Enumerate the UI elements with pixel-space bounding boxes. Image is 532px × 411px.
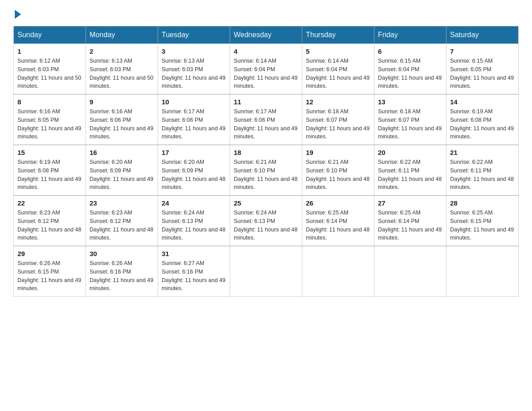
day-number: 1 (17, 47, 82, 55)
weekday-header-thursday: Thursday (302, 26, 374, 44)
day-number: 31 (162, 250, 226, 257)
calendar-cell: 5Sunrise: 6:14 AMSunset: 6:04 PMDaylight… (302, 44, 374, 94)
day-info: Sunrise: 6:25 AMSunset: 6:15 PMDaylight:… (450, 209, 515, 242)
weekday-header-monday: Monday (86, 26, 158, 44)
day-info: Sunrise: 6:25 AMSunset: 6:14 PMDaylight:… (378, 209, 442, 242)
day-number: 25 (234, 199, 298, 207)
calendar-cell: 23Sunrise: 6:23 AMSunset: 6:12 PMDayligh… (86, 196, 158, 246)
calendar-cell: 26Sunrise: 6:25 AMSunset: 6:14 PMDayligh… (302, 196, 374, 246)
calendar-week-row: 1Sunrise: 6:12 AMSunset: 6:03 PMDaylight… (14, 44, 519, 94)
weekday-header-friday: Friday (374, 26, 446, 44)
day-info: Sunrise: 6:25 AMSunset: 6:14 PMDaylight:… (306, 209, 370, 242)
day-number: 24 (162, 199, 226, 207)
day-number: 6 (378, 47, 442, 55)
day-info: Sunrise: 6:14 AMSunset: 6:04 PMDaylight:… (306, 57, 370, 90)
logo (13, 9, 21, 17)
calendar-cell (302, 246, 374, 297)
day-number: 21 (450, 149, 515, 156)
day-number: 9 (90, 98, 154, 106)
day-info: Sunrise: 6:26 AMSunset: 6:15 PMDaylight:… (17, 259, 82, 293)
day-number: 8 (17, 98, 82, 106)
day-info: Sunrise: 6:16 AMSunset: 6:06 PMDaylight:… (90, 107, 154, 141)
weekday-header-saturday: Saturday (446, 26, 519, 44)
calendar-cell: 22Sunrise: 6:23 AMSunset: 6:12 PMDayligh… (14, 196, 86, 246)
calendar-cell: 7Sunrise: 6:15 AMSunset: 6:05 PMDaylight… (446, 44, 519, 94)
weekday-header-row: SundayMondayTuesdayWednesdayThursdayFrid… (14, 26, 519, 44)
calendar-cell: 20Sunrise: 6:22 AMSunset: 6:11 PMDayligh… (374, 145, 446, 196)
day-number: 27 (378, 199, 442, 207)
day-number: 7 (450, 47, 515, 55)
calendar-cell (446, 246, 519, 297)
day-number: 4 (234, 47, 298, 55)
weekday-header-wednesday: Wednesday (230, 26, 302, 44)
calendar-cell: 18Sunrise: 6:21 AMSunset: 6:10 PMDayligh… (230, 145, 302, 196)
day-info: Sunrise: 6:21 AMSunset: 6:10 PMDaylight:… (234, 158, 298, 192)
day-info: Sunrise: 6:26 AMSunset: 6:16 PMDaylight:… (90, 259, 154, 293)
day-info: Sunrise: 6:16 AMSunset: 6:05 PMDaylight:… (17, 107, 82, 141)
calendar-cell: 8Sunrise: 6:16 AMSunset: 6:05 PMDaylight… (14, 94, 86, 145)
day-number: 2 (90, 47, 154, 55)
weekday-header-tuesday: Tuesday (158, 26, 230, 44)
day-number: 12 (306, 98, 370, 106)
day-info: Sunrise: 6:17 AMSunset: 6:06 PMDaylight:… (234, 107, 298, 141)
day-info: Sunrise: 6:23 AMSunset: 6:12 PMDaylight:… (17, 209, 82, 242)
day-number: 23 (90, 199, 154, 207)
calendar-cell: 28Sunrise: 6:25 AMSunset: 6:15 PMDayligh… (446, 196, 519, 246)
calendar-cell (230, 246, 302, 297)
calendar-week-row: 29Sunrise: 6:26 AMSunset: 6:15 PMDayligh… (14, 246, 519, 297)
day-info: Sunrise: 6:22 AMSunset: 6:11 PMDaylight:… (378, 158, 442, 192)
calendar-week-row: 22Sunrise: 6:23 AMSunset: 6:12 PMDayligh… (14, 196, 519, 246)
page-header (13, 9, 519, 17)
day-info: Sunrise: 6:13 AMSunset: 6:03 PMDaylight:… (90, 57, 154, 90)
day-number: 11 (234, 98, 298, 106)
day-info: Sunrise: 6:17 AMSunset: 6:06 PMDaylight:… (162, 107, 226, 141)
calendar-table: SundayMondayTuesdayWednesdayThursdayFrid… (13, 26, 519, 297)
day-info: Sunrise: 6:19 AMSunset: 6:08 PMDaylight:… (17, 158, 82, 192)
day-info: Sunrise: 6:24 AMSunset: 6:13 PMDaylight:… (234, 209, 298, 242)
calendar-cell: 19Sunrise: 6:21 AMSunset: 6:10 PMDayligh… (302, 145, 374, 196)
day-info: Sunrise: 6:15 AMSunset: 6:05 PMDaylight:… (450, 57, 515, 90)
day-number: 22 (17, 199, 82, 207)
day-info: Sunrise: 6:23 AMSunset: 6:12 PMDaylight:… (90, 209, 154, 242)
calendar-cell: 6Sunrise: 6:15 AMSunset: 6:04 PMDaylight… (374, 44, 446, 94)
calendar-cell: 11Sunrise: 6:17 AMSunset: 6:06 PMDayligh… (230, 94, 302, 145)
calendar-cell: 29Sunrise: 6:26 AMSunset: 6:15 PMDayligh… (14, 246, 86, 297)
day-info: Sunrise: 6:12 AMSunset: 6:03 PMDaylight:… (17, 57, 82, 90)
calendar-cell: 21Sunrise: 6:22 AMSunset: 6:11 PMDayligh… (446, 145, 519, 196)
day-number: 20 (378, 149, 442, 156)
day-number: 18 (234, 149, 298, 156)
calendar-week-row: 15Sunrise: 6:19 AMSunset: 6:08 PMDayligh… (14, 145, 519, 196)
day-info: Sunrise: 6:18 AMSunset: 6:07 PMDaylight:… (378, 107, 442, 141)
calendar-cell: 25Sunrise: 6:24 AMSunset: 6:13 PMDayligh… (230, 196, 302, 246)
calendar-cell: 4Sunrise: 6:14 AMSunset: 6:04 PMDaylight… (230, 44, 302, 94)
day-info: Sunrise: 6:18 AMSunset: 6:07 PMDaylight:… (306, 107, 370, 141)
day-number: 26 (306, 199, 370, 207)
day-number: 5 (306, 47, 370, 55)
calendar-cell: 17Sunrise: 6:20 AMSunset: 6:09 PMDayligh… (158, 145, 230, 196)
calendar-cell: 15Sunrise: 6:19 AMSunset: 6:08 PMDayligh… (14, 145, 86, 196)
day-info: Sunrise: 6:20 AMSunset: 6:09 PMDaylight:… (162, 158, 226, 192)
day-info: Sunrise: 6:15 AMSunset: 6:04 PMDaylight:… (378, 57, 442, 90)
calendar-cell: 30Sunrise: 6:26 AMSunset: 6:16 PMDayligh… (86, 246, 158, 297)
calendar-cell: 2Sunrise: 6:13 AMSunset: 6:03 PMDaylight… (86, 44, 158, 94)
weekday-header-sunday: Sunday (14, 26, 86, 44)
day-number: 17 (162, 149, 226, 156)
day-number: 30 (90, 250, 154, 257)
day-number: 29 (17, 250, 82, 257)
calendar-cell: 27Sunrise: 6:25 AMSunset: 6:14 PMDayligh… (374, 196, 446, 246)
day-info: Sunrise: 6:19 AMSunset: 6:08 PMDaylight:… (450, 107, 515, 141)
day-number: 10 (162, 98, 226, 106)
logo-arrow-icon (15, 10, 21, 19)
day-number: 15 (17, 149, 82, 156)
day-info: Sunrise: 6:14 AMSunset: 6:04 PMDaylight:… (234, 57, 298, 90)
calendar-cell: 1Sunrise: 6:12 AMSunset: 6:03 PMDaylight… (14, 44, 86, 94)
day-info: Sunrise: 6:24 AMSunset: 6:13 PMDaylight:… (162, 209, 226, 242)
calendar-cell: 12Sunrise: 6:18 AMSunset: 6:07 PMDayligh… (302, 94, 374, 145)
day-number: 28 (450, 199, 515, 207)
calendar-cell: 24Sunrise: 6:24 AMSunset: 6:13 PMDayligh… (158, 196, 230, 246)
day-number: 19 (306, 149, 370, 156)
calendar-cell: 14Sunrise: 6:19 AMSunset: 6:08 PMDayligh… (446, 94, 519, 145)
day-info: Sunrise: 6:22 AMSunset: 6:11 PMDaylight:… (450, 158, 515, 192)
day-number: 3 (162, 47, 226, 55)
calendar-week-row: 8Sunrise: 6:16 AMSunset: 6:05 PMDaylight… (14, 94, 519, 145)
